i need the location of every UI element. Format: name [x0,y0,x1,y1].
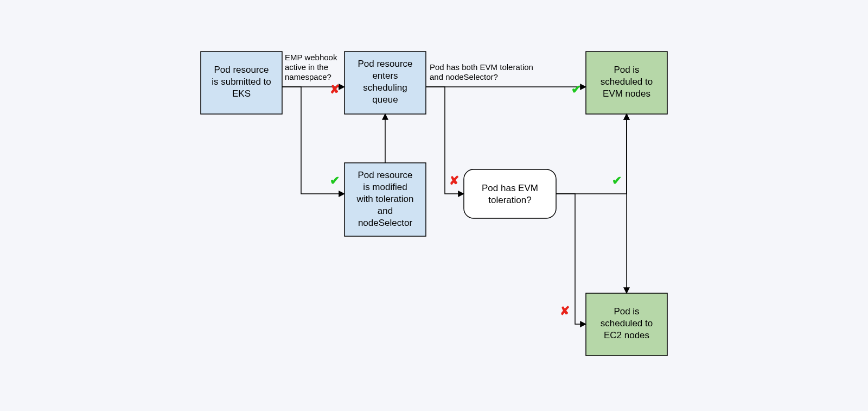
node-queue-l4: queue [372,94,398,105]
node-evm-l1: Pod is [614,65,639,75]
label-webhook-l2: active in the [285,62,328,72]
mark-check-1: ✔ [330,174,340,187]
node-queue-l3: scheduling [363,83,407,93]
label-both-l2: and nodeSelector? [430,72,498,81]
node-ec2-l2: scheduled to [601,318,653,328]
label-webhook-l1: EMP webhook [285,53,337,62]
mark-cross-2: ✘ [449,174,459,187]
node-modify: Pod resource is modified with toleration… [344,163,426,236]
node-evm-l3: EVM nodes [603,88,650,99]
node-hastol-l2: toleration? [488,195,531,205]
node-modify-l4: and [378,206,393,216]
node-ec2: Pod is scheduled to EC2 nodes [586,293,667,356]
node-ec2-l1: Pod is [614,306,639,317]
node-hastol-l1: Pod has EVM [482,183,538,193]
node-submit-l3: EKS [232,88,251,99]
svg-rect-3 [464,169,556,218]
mark-check-2: ✔ [571,83,581,96]
node-modify-l2: is modified [363,182,407,192]
node-modify-l5: nodeSelector [358,218,413,228]
node-ec2-l3: EC2 nodes [604,330,649,340]
node-queue-l1: Pod resource [358,59,412,69]
flow-diagram: Pod resource is submitted to EKS Pod res… [0,0,868,411]
node-submit-l1: Pod resource [214,65,269,75]
node-modify-l3: with toleration [356,194,414,204]
mark-check-3: ✔ [612,174,622,187]
node-modify-l1: Pod resource [358,170,412,180]
mark-cross-1: ✘ [330,83,340,96]
mark-cross-3: ✘ [560,304,570,318]
node-queue-l2: enters [372,71,398,81]
node-queue: Pod resource enters scheduling queue [344,52,426,114]
node-submit-l2: is submitted to [212,77,271,87]
node-evm-l2: scheduled to [601,77,653,87]
node-submit: Pod resource is submitted to EKS [201,52,282,114]
node-hastol: Pod has EVM toleration? [464,169,556,218]
node-evm: Pod is scheduled to EVM nodes [586,52,667,114]
label-both-l1: Pod has both EVM toleration [430,62,533,72]
label-webhook-l3: namespace? [285,72,331,81]
